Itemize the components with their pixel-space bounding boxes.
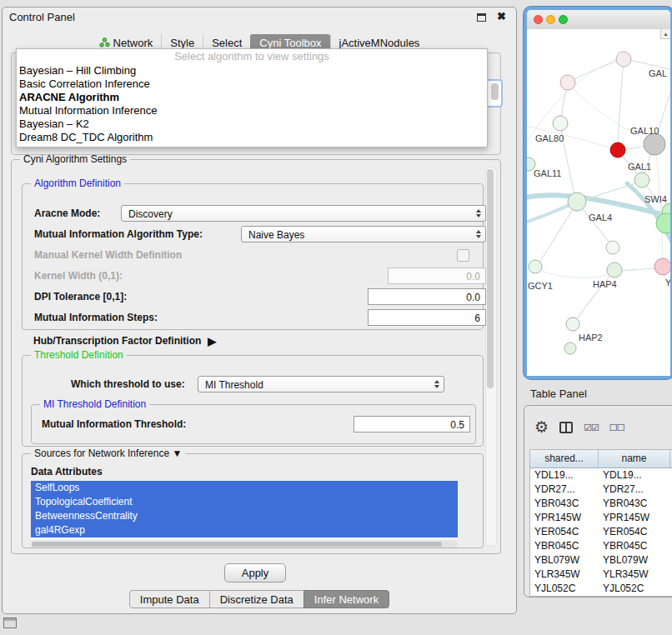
collapsed-panel-icon[interactable] xyxy=(3,618,17,628)
mi-type-combo[interactable]: Naive Bayes xyxy=(241,226,486,242)
mi-steps-field[interactable]: 6 xyxy=(368,309,486,326)
table-cell: YDR27... xyxy=(530,482,599,497)
table-body: YDL19...YDL19...13YDR27...YDR27...12YBR0… xyxy=(530,468,672,596)
float-panel-icon[interactable] xyxy=(477,13,486,22)
expand-down-icon: ▼ xyxy=(172,448,182,459)
network-node-gal4[interactable] xyxy=(568,192,586,211)
attribute-list-item[interactable]: SelfLoops xyxy=(31,481,458,495)
dpi-tolerance-label: DPI Tolerance [0,1]: xyxy=(34,288,127,305)
network-edge xyxy=(618,59,624,149)
algorithm-placeholder: Select algorithm to view settings xyxy=(17,49,487,64)
table-row[interactable]: YER054CYER054C8. xyxy=(530,525,672,539)
mi-threshold-title: MI Threshold Definition xyxy=(40,398,149,410)
algorithm-definition-title: Algorithm Definition xyxy=(31,178,124,189)
table-panel-title: Table Panel xyxy=(530,388,587,400)
algorithm-option[interactable]: Mutual Information Inference xyxy=(17,104,487,118)
algorithm-option[interactable]: ARACNE Algorithm xyxy=(17,91,487,104)
minimize-window-icon[interactable] xyxy=(546,15,555,24)
tab-label: Select xyxy=(212,37,242,49)
attribute-list-item[interactable]: BetweennessCentrality xyxy=(31,509,458,523)
network-node-hap4[interactable] xyxy=(607,262,622,278)
mi-type-value: Naive Bayes xyxy=(248,228,469,242)
maximize-window-icon[interactable] xyxy=(559,15,568,24)
table-header-cell[interactable]: name xyxy=(599,450,670,468)
node-label: GAL11 xyxy=(534,168,561,178)
settings-scroll-thumb[interactable] xyxy=(487,169,494,388)
columns-icon[interactable] xyxy=(559,422,573,433)
attributes-hscroll-thumb[interactable] xyxy=(32,542,442,547)
table-cell: YPR145W xyxy=(530,511,599,525)
which-threshold-combo[interactable]: MI Threshold xyxy=(198,376,444,392)
which-threshold-row: Which threshold to use: MI Threshold xyxy=(71,376,474,392)
data-attributes-list: SelfLoopsTopologicalCoefficientBetweenne… xyxy=(31,481,458,539)
attributes-hscrollbar[interactable] xyxy=(31,541,458,548)
hub-section-toggle[interactable]: Hub/Transcription Factor Definition ▶ xyxy=(33,333,216,348)
network-node[interactable] xyxy=(616,52,631,67)
algorithm-option[interactable]: Dream8 DC_TDC Algorithm xyxy=(17,131,487,144)
close-window-icon[interactable] xyxy=(534,15,543,24)
manual-kernel-row: Manual Kernel Width Definition xyxy=(34,247,474,263)
settings-scrollbar[interactable] xyxy=(485,167,497,547)
bottom-tab-infer-network[interactable]: Infer Network xyxy=(303,590,389,608)
network-node[interactable] xyxy=(610,142,625,158)
cyni-algorithm-settings-group: Cyni Algorithm Settings Algorithm Defini… xyxy=(11,159,501,554)
table-row[interactable]: YLR345WYLR345W9. xyxy=(530,568,672,582)
algorithm-option[interactable]: Bayesian – Hill Climbing xyxy=(17,64,487,78)
table-panel-window: ⚙ ☑☑ ☐☐ shared...name YDL19...YDL19...13… xyxy=(524,405,672,598)
algorithm-option[interactable]: Bayesian – K2 xyxy=(17,118,487,131)
table-cell: YJL052C xyxy=(599,582,670,596)
mi-threshold-field[interactable]: 0.5 xyxy=(354,416,470,432)
tab-label: Cyni Toolbox xyxy=(259,37,321,49)
data-attributes-label: Data Attributes xyxy=(31,466,103,478)
combo-arrows-icon xyxy=(472,207,484,220)
network-node-gcy1[interactable] xyxy=(529,260,542,273)
network-node-y[interactable] xyxy=(654,258,670,275)
kernel-width-row: Kernel Width (0,1): 0.0 xyxy=(34,268,474,284)
table-row[interactable]: YPR145WYPR145W9. xyxy=(530,511,672,525)
aracne-mode-combo[interactable]: Discovery xyxy=(121,205,486,222)
bottom-tabs: Impute DataDiscretize DataInfer Network xyxy=(3,590,516,608)
bottom-tab-impute-data[interactable]: Impute Data xyxy=(129,590,210,608)
network-edge xyxy=(535,268,610,278)
close-panel-icon[interactable]: ✖ xyxy=(497,10,506,22)
network-node[interactable] xyxy=(606,241,619,254)
bottom-tab-discretize-data[interactable]: Discretize Data xyxy=(209,590,304,608)
table-toolbar: ⚙ ☑☑ ☐☐ xyxy=(534,418,624,438)
scroll-up-icon[interactable]: ▲ xyxy=(660,29,670,39)
network-canvas[interactable]: GALGAL80GAL10GAL1GAL11SWI4GAL4GCY1HAP4YH… xyxy=(527,29,670,376)
table-row[interactable]: YBL079WYBL079W xyxy=(530,553,672,568)
table-header-cell[interactable]: shared... xyxy=(530,450,599,468)
algorithm-option[interactable]: Basic Correlation Inference xyxy=(17,78,487,91)
table-cell: YDL19... xyxy=(530,468,599,482)
table-row[interactable]: YDL19...YDL19...13 xyxy=(530,468,672,482)
select-all-icon[interactable]: ☑☑ xyxy=(584,422,599,433)
network-node-gal1[interactable] xyxy=(634,172,649,188)
table-cell: YPR145W xyxy=(599,511,670,525)
attribute-list-item[interactable]: TopologicalCoefficient xyxy=(31,495,458,509)
network-node-gal10[interactable] xyxy=(644,133,665,155)
network-titlebar[interactable] xyxy=(527,10,670,30)
gear-icon[interactable]: ⚙ xyxy=(534,419,549,436)
settings-group-title: Cyni Algorithm Settings xyxy=(20,153,130,165)
network-node[interactable] xyxy=(560,75,575,90)
network-node[interactable] xyxy=(564,342,576,354)
network-graph: GALGAL80GAL10GAL1GAL11SWI4GAL4GCY1HAP4YH… xyxy=(527,29,670,376)
table-cell: YJL052C xyxy=(530,582,599,596)
tab-label: jActiveMNodules xyxy=(339,37,420,49)
table-row[interactable]: YJL052CYJL052C xyxy=(530,582,672,596)
table-cell: YBR045C xyxy=(530,539,599,553)
table-row[interactable]: YBR045CYBR045C9. xyxy=(530,539,672,553)
apply-button[interactable]: Apply xyxy=(224,563,286,582)
collapse-right-icon: ▶ xyxy=(208,335,216,348)
dpi-tolerance-field[interactable]: 0.0 xyxy=(368,288,486,305)
network-node-gal80[interactable] xyxy=(553,116,568,131)
table-row[interactable]: YBR043CYBR043C xyxy=(530,497,672,511)
network-edge xyxy=(527,202,575,223)
table-cell: YBR043C xyxy=(530,497,599,511)
combo-arrows-icon xyxy=(472,228,484,241)
network-node-hap2[interactable] xyxy=(566,318,579,331)
sources-title[interactable]: Sources for Network Inference ▼ xyxy=(31,448,185,459)
deselect-all-icon[interactable]: ☐☐ xyxy=(609,422,624,433)
attribute-list-item[interactable]: gal4RGexp xyxy=(31,523,458,538)
table-row[interactable]: YDR27...YDR27...12 xyxy=(530,482,672,497)
